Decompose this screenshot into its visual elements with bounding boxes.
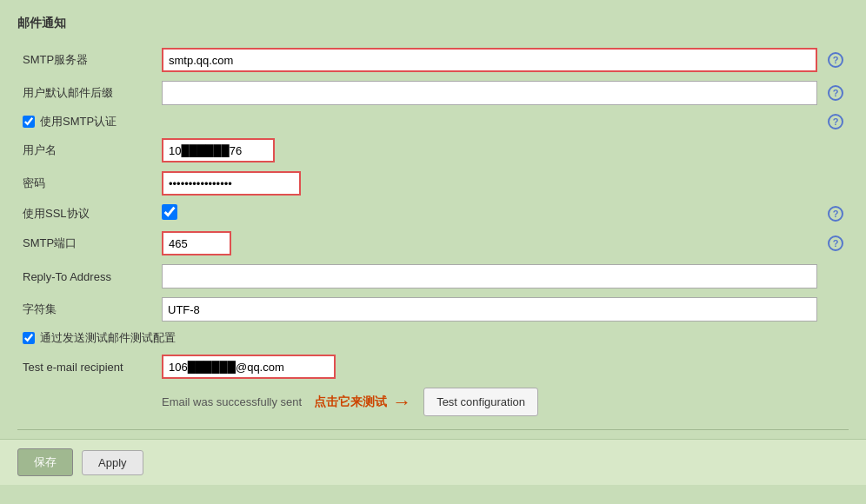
username-row: 用户名 bbox=[17, 134, 849, 167]
apply-button[interactable]: Apply bbox=[82, 450, 143, 475]
smtp-server-help-cell: ? bbox=[823, 43, 849, 76]
footer-bar: 保存 Apply bbox=[0, 439, 866, 485]
test-hint-text: 点击它来测试 bbox=[314, 395, 387, 410]
send-test-cell: 通过发送测试邮件测试配置 bbox=[17, 326, 823, 350]
reply-to-input-cell bbox=[157, 260, 823, 293]
section-title: 邮件通知 bbox=[17, 16, 849, 31]
smtp-auth-checkbox[interactable] bbox=[23, 116, 35, 128]
smtp-port-help-cell: ? bbox=[823, 227, 849, 260]
ssl-row: 使用SSL协议 ? bbox=[17, 200, 849, 227]
email-suffix-help-cell: ? bbox=[823, 76, 849, 109]
smtp-auth-cell: 使用SMTP认证 bbox=[17, 109, 823, 134]
ssl-help-icon[interactable]: ? bbox=[828, 206, 843, 222]
save-button[interactable]: 保存 bbox=[17, 448, 73, 476]
smtp-port-label: SMTP端口 bbox=[17, 227, 157, 260]
test-recipient-input-cell bbox=[157, 350, 823, 383]
smtp-auth-row: 使用SMTP认证 ? bbox=[17, 109, 849, 134]
smtp-auth-checkbox-label[interactable]: 使用SMTP认证 bbox=[23, 114, 817, 129]
smtp-auth-help-icon[interactable]: ? bbox=[828, 114, 843, 129]
smtp-server-row: SMTP服务器 ? bbox=[17, 43, 849, 76]
send-test-row: 通过发送测试邮件测试配置 bbox=[17, 326, 849, 350]
ssl-input-cell bbox=[157, 200, 823, 227]
username-label: 用户名 bbox=[17, 134, 157, 167]
test-result-row: Email was successfully sent 点击它来测试 → Tes… bbox=[17, 383, 849, 421]
smtp-port-help-icon[interactable]: ? bbox=[828, 235, 843, 251]
reply-to-label: Reply-To Address bbox=[17, 260, 157, 293]
password-label: 密码 bbox=[17, 167, 157, 200]
password-row: 密码 bbox=[17, 167, 849, 200]
password-input[interactable] bbox=[162, 171, 301, 196]
form-table: SMTP服务器 ? 用户默认邮件后缀 ? 使用SMTP认证 bbox=[17, 43, 849, 421]
smtp-port-row: SMTP端口 ? bbox=[17, 227, 849, 260]
smtp-server-input[interactable] bbox=[162, 48, 817, 72]
main-container: 邮件通知 SMTP服务器 ? 用户默认邮件后缀 ? bbox=[0, 0, 866, 430]
password-input-cell bbox=[157, 167, 823, 200]
smtp-auth-text: 使用SMTP认证 bbox=[40, 114, 117, 129]
username-input-cell bbox=[157, 134, 823, 167]
smtp-port-input-cell bbox=[157, 227, 823, 260]
test-recipient-input[interactable] bbox=[162, 355, 336, 379]
email-suffix-label: 用户默认邮件后缀 bbox=[17, 76, 157, 109]
email-suffix-input[interactable] bbox=[162, 81, 817, 105]
email-suffix-help-icon[interactable]: ? bbox=[828, 85, 843, 101]
test-section: Email was successfully sent 点击它来测试 → Tes… bbox=[162, 388, 817, 416]
email-suffix-row: 用户默认邮件后缀 ? bbox=[17, 76, 849, 109]
test-recipient-row: Test e-mail recipient bbox=[17, 350, 849, 383]
test-result-cell: Email was successfully sent 点击它来测试 → Tes… bbox=[157, 383, 823, 421]
ssl-label: 使用SSL协议 bbox=[17, 200, 157, 227]
smtp-auth-help-cell: ? bbox=[823, 109, 849, 134]
divider bbox=[17, 429, 849, 430]
ssl-help-cell: ? bbox=[823, 200, 849, 227]
smtp-port-input[interactable] bbox=[162, 231, 231, 255]
test-recipient-label: Test e-mail recipient bbox=[17, 350, 157, 383]
test-config-button[interactable]: Test configuration bbox=[423, 388, 538, 416]
reply-to-input[interactable] bbox=[162, 264, 817, 288]
username-input[interactable] bbox=[162, 138, 275, 162]
charset-row: 字符集 bbox=[17, 293, 849, 326]
smtp-server-input-cell bbox=[157, 43, 823, 76]
charset-label: 字符集 bbox=[17, 293, 157, 326]
ssl-checkbox[interactable] bbox=[162, 204, 177, 220]
charset-input[interactable] bbox=[162, 297, 817, 322]
test-success-text: Email was successfully sent bbox=[162, 395, 302, 408]
smtp-server-label: SMTP服务器 bbox=[17, 43, 157, 76]
email-suffix-input-cell bbox=[157, 76, 823, 109]
send-test-text: 通过发送测试邮件测试配置 bbox=[40, 330, 176, 346]
charset-input-cell bbox=[157, 293, 823, 326]
send-test-label[interactable]: 通过发送测试邮件测试配置 bbox=[23, 330, 817, 346]
send-test-checkbox[interactable] bbox=[23, 332, 35, 344]
smtp-server-help-icon[interactable]: ? bbox=[828, 52, 843, 68]
reply-to-row: Reply-To Address bbox=[17, 260, 849, 293]
arrow-icon: → bbox=[392, 391, 411, 414]
arrow-hint: 点击它来测试 → bbox=[314, 391, 411, 414]
